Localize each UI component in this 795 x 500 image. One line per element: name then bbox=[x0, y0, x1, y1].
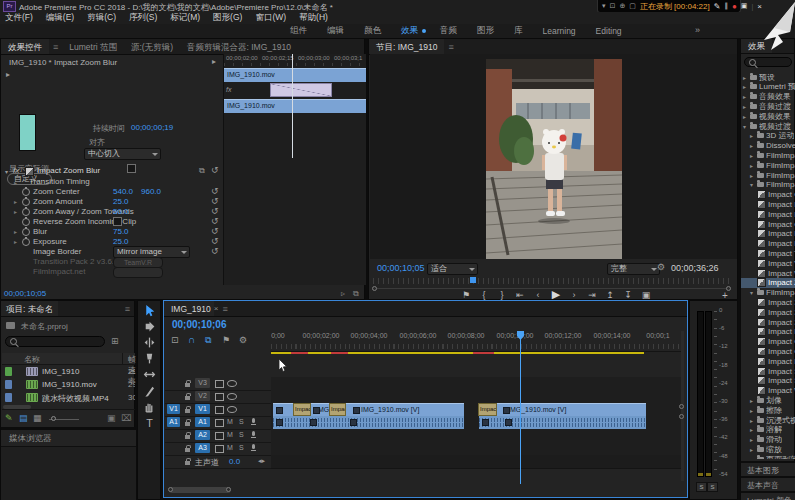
effect-item-12[interactable]: Impact C bbox=[741, 190, 795, 200]
zoom-level-dropdown[interactable]: 适合 bbox=[427, 263, 478, 275]
lock-icon[interactable] bbox=[185, 461, 190, 465]
collapse-icon[interactable]: ▾ bbox=[5, 168, 8, 175]
effects-bin-5[interactable]: ▾视频过渡 bbox=[741, 121, 795, 131]
hand-tool[interactable] bbox=[142, 400, 156, 413]
param-1[interactable]: ▸Zoom Amount25.0↺ bbox=[1, 197, 223, 207]
sequence-tab[interactable]: IMG_1910 bbox=[164, 301, 214, 316]
project-search-input[interactable] bbox=[5, 336, 105, 347]
menu-item-3[interactable]: 序列(S) bbox=[129, 12, 157, 24]
effects-bin-3[interactable]: ▸音频过渡 bbox=[741, 101, 795, 111]
twirl-icon[interactable]: ▸ bbox=[743, 103, 748, 110]
track-visibility-eye-icon[interactable] bbox=[227, 380, 237, 387]
param-value[interactable]: 75.0 bbox=[113, 227, 129, 236]
panel-menu-icon[interactable]: ≡ bbox=[121, 304, 134, 314]
twirl-icon[interactable]: ▾ bbox=[750, 289, 755, 296]
camera-icon[interactable]: ▣ bbox=[741, 2, 748, 10]
param-value[interactable]: 540.0 bbox=[113, 187, 133, 196]
workspace-tab-2[interactable]: 颜色 bbox=[354, 25, 391, 37]
menu-item-6[interactable]: 窗口(W) bbox=[255, 12, 286, 24]
effect-item-17[interactable]: Impact Ra bbox=[741, 239, 795, 249]
twirl-icon[interactable]: ▸ bbox=[750, 426, 755, 433]
zoom-capture-icon[interactable]: ⊕ bbox=[619, 2, 625, 10]
keyframe-nav-icon[interactable]: ◂▸ bbox=[258, 457, 265, 465]
track-header-A3[interactable]: A3MS bbox=[165, 442, 271, 456]
tl-vscroll-handle-top[interactable] bbox=[679, 404, 684, 409]
twirl-icon[interactable]: ▸ bbox=[750, 397, 755, 404]
selection-tool[interactable] bbox=[142, 304, 156, 317]
effects-bin-35[interactable]: ▸沉浸式视频 bbox=[741, 415, 795, 425]
scroll-handle-left[interactable] bbox=[372, 286, 377, 291]
param-8[interactable]: FilmImpact.net bbox=[1, 267, 223, 277]
twirl-icon[interactable]: ▸ bbox=[750, 142, 755, 149]
bottom-panel-tab-0[interactable]: 基本图形 bbox=[741, 461, 795, 476]
step-forward-button[interactable]: › bbox=[567, 290, 581, 300]
effect-item-16[interactable]: Impact R bbox=[741, 229, 795, 239]
ripple-edit-tool[interactable] bbox=[142, 336, 156, 349]
mark-out-button[interactable]: } bbox=[495, 290, 509, 300]
solo-button[interactable]: S bbox=[239, 431, 244, 438]
playback-resolution-dropdown[interactable]: 完整 bbox=[607, 263, 660, 275]
workspace-overflow-icon[interactable]: » bbox=[695, 25, 700, 35]
extract-button[interactable]: ↧ bbox=[621, 290, 635, 300]
effects-bin-9[interactable]: ▸FilmImpact bbox=[741, 160, 795, 170]
reset-icon[interactable]: ↺ bbox=[211, 236, 219, 246]
effect-options-icon[interactable]: ⧉ bbox=[199, 166, 205, 176]
zoom-slider-knob[interactable] bbox=[51, 416, 56, 421]
effect-item-13[interactable]: Impact D bbox=[741, 199, 795, 209]
effects-bin-11[interactable]: ▾FilmImpact bbox=[741, 180, 795, 190]
track-header-V1[interactable]: V1V1 bbox=[165, 403, 271, 417]
label-color-chip[interactable] bbox=[5, 380, 12, 389]
effect-item-14[interactable]: Impact E bbox=[741, 209, 795, 219]
effects-bin-39[interactable]: ▸页面剥落 bbox=[741, 454, 795, 459]
track-name-V1[interactable]: V1 bbox=[195, 404, 210, 414]
tl-vscroll-handle-bottom[interactable] bbox=[679, 414, 684, 419]
effect-item-26[interactable]: Impact Fl bbox=[741, 327, 795, 337]
step-back-button[interactable]: ‹ bbox=[531, 290, 545, 300]
param-3[interactable]: Reverse Zoom Incoming Clip↺ bbox=[1, 217, 223, 227]
tl-scroll-handle-right[interactable] bbox=[226, 487, 231, 492]
menu-item-2[interactable]: 剪辑(C) bbox=[87, 12, 116, 24]
menu-item-7[interactable]: 帮助(H) bbox=[299, 12, 328, 24]
twirl-icon[interactable]: ▸ bbox=[750, 132, 755, 139]
add-marker-icon[interactable]: ⚑ bbox=[222, 335, 230, 345]
sync-lock-icon[interactable] bbox=[215, 406, 224, 414]
go-to-in-button[interactable]: ⇤ bbox=[513, 290, 527, 300]
param-2[interactable]: ▸Zoom Away / Zoom Towards50.0↺ bbox=[1, 207, 223, 217]
track-header-V2[interactable]: V2 bbox=[165, 390, 271, 404]
twirl-icon[interactable]: ▸ bbox=[743, 83, 748, 90]
solo-button-0[interactable]: S bbox=[696, 482, 707, 492]
param-5[interactable]: ▸Exposure25.0↺ bbox=[1, 237, 223, 247]
effects-bin-6[interactable]: ▸3D 运动 bbox=[741, 131, 795, 141]
track-header-master[interactable]: 主声道0.0◂▸ bbox=[165, 455, 271, 469]
effect-item-29[interactable]: Impact Li bbox=[741, 356, 795, 366]
expand-icon[interactable]: ▸ bbox=[14, 179, 17, 186]
effect-item-20[interactable]: Impact W bbox=[741, 268, 795, 278]
effects-bin-37[interactable]: ▸滑动 bbox=[741, 435, 795, 445]
effect-controls-timeline[interactable]: 00;00;02;0000;00;02;1500;00;03;0000;00;0… bbox=[223, 54, 366, 285]
menu-item-0[interactable]: 文件(F) bbox=[5, 12, 33, 24]
project-panel-tab[interactable]: 项目: 未命名 bbox=[1, 301, 58, 316]
corner-panel-icon[interactable]: ⧉ bbox=[353, 289, 359, 299]
effect-item-21[interactable]: Impact Zo bbox=[741, 278, 795, 288]
type-tool[interactable]: T bbox=[142, 416, 156, 429]
reset-icon[interactable]: ↺ bbox=[211, 226, 219, 236]
effect-item-28[interactable]: Impact Gr bbox=[741, 346, 795, 356]
voiceover-mic-icon[interactable] bbox=[252, 431, 255, 436]
twirl-icon[interactable]: ▸ bbox=[750, 162, 755, 169]
transition-clip-a[interactable]: IMG_1910.mov bbox=[224, 68, 366, 82]
mute-button[interactable]: M bbox=[227, 444, 233, 451]
track-lane-A2[interactable] bbox=[271, 429, 683, 443]
menu-item-1[interactable]: 编辑(E) bbox=[46, 12, 74, 24]
slip-tool[interactable] bbox=[142, 368, 156, 381]
effects-bin-33[interactable]: ▸划像 bbox=[741, 395, 795, 405]
bottom-panel-tab-2[interactable]: Lumetri 颜色 bbox=[741, 491, 795, 500]
workspace-tab-5[interactable]: 图形 bbox=[467, 25, 504, 37]
export-frame-button[interactable]: ▣ bbox=[639, 290, 653, 300]
track-name-A2[interactable]: A2 bbox=[195, 430, 210, 440]
effect-item-31[interactable]: Impact St bbox=[741, 376, 795, 386]
param-0[interactable]: Zoom Center540.0960.0↺ bbox=[1, 187, 223, 197]
effect-item-24[interactable]: Impact 3D bbox=[741, 307, 795, 317]
name-column-header[interactable]: 名称 bbox=[24, 354, 40, 365]
tl-scroll-handle-left[interactable] bbox=[168, 487, 173, 492]
sync-lock-icon[interactable] bbox=[215, 432, 224, 440]
